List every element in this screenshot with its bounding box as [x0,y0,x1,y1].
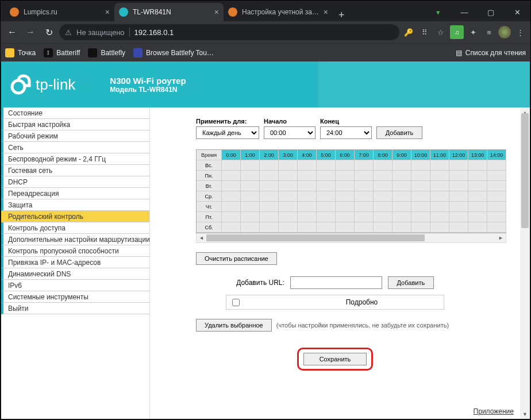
update-indicator-icon[interactable]: ▾ [425,3,451,21]
schedule-cell[interactable] [393,191,411,202]
schedule-cell[interactable] [430,212,449,222]
sidebar-item[interactable]: DHCP [1,176,149,188]
password-icon[interactable]: 🔑 [402,25,415,39]
schedule-cell[interactable] [411,202,430,212]
back-button[interactable]: ← [4,24,20,40]
schedule-cell[interactable] [487,160,506,171]
bookmark-item[interactable]: ⟟Batteriff [44,48,80,57]
schedule-cell[interactable] [222,181,241,191]
schedule-cell[interactable] [260,212,279,222]
schedule-cell[interactable] [487,222,506,233]
schedule-cell[interactable] [374,191,393,202]
new-tab-button[interactable]: + [333,9,351,21]
schedule-cell[interactable] [411,181,430,191]
add-url-input[interactable] [290,276,382,289]
schedule-cell[interactable] [355,160,374,171]
schedule-cell[interactable] [298,181,317,191]
delete-selected-button[interactable]: Удалить выбранное [196,319,272,332]
schedule-cell[interactable] [260,181,279,191]
schedule-cell[interactable] [430,222,449,233]
schedule-cell[interactable] [374,181,393,191]
schedule-cell[interactable] [241,191,260,202]
schedule-cell[interactable] [336,160,355,171]
clear-schedule-button[interactable]: Очистить расписание [196,252,277,265]
schedule-cell[interactable] [468,202,487,212]
schedule-cell[interactable] [298,191,317,202]
schedule-cell[interactable] [468,160,487,171]
sidebar-item[interactable]: Дополнительные настройки маршрутизации [1,234,149,245]
schedule-cell[interactable] [317,191,336,202]
schedule-cell[interactable] [260,191,279,202]
schedule-cell[interactable] [260,160,279,171]
save-button[interactable]: Сохранить [303,353,367,365]
translate-icon[interactable]: ⠿ [418,25,432,39]
schedule-cell[interactable] [317,212,336,222]
apply-select[interactable]: Каждый день [196,126,259,139]
schedule-cell[interactable] [393,202,411,212]
tab-router[interactable]: TL-WR841N × [114,3,224,21]
schedule-cell[interactable] [487,202,506,212]
menu-icon[interactable]: ⋮ [513,25,527,39]
schedule-cell[interactable] [449,160,468,171]
schedule-cell[interactable] [336,202,355,212]
schedule-cell[interactable] [241,202,260,212]
scroll-down-icon[interactable]: ▼ [520,409,530,419]
schedule-cell[interactable] [298,222,317,233]
horizontal-scrollbar[interactable]: ◄ ► [196,233,506,243]
schedule-cell[interactable] [336,191,355,202]
maximize-button[interactable]: ▢ [478,3,504,21]
schedule-cell[interactable] [279,160,298,171]
schedule-cell[interactable] [411,160,430,171]
sidebar-item[interactable]: Сеть [1,142,149,153]
schedule-cell[interactable] [355,212,374,222]
schedule-cell[interactable] [449,202,468,212]
reading-list-button[interactable]: ▤ Список для чтения [456,49,526,57]
profile-avatar[interactable] [498,26,511,38]
reload-button[interactable]: ↻ [41,24,57,40]
schedule-cell[interactable] [449,191,468,202]
schedule-cell[interactable] [449,212,468,222]
schedule-cell[interactable] [449,181,468,191]
schedule-cell[interactable] [241,171,260,181]
schedule-cell[interactable] [260,222,279,233]
vertical-scrollbar[interactable]: ▲ ▼ [520,107,530,419]
bookmark-item[interactable]: Battlefly [88,48,125,57]
scrollbar-thumb[interactable] [206,234,425,241]
schedule-cell[interactable] [317,181,336,191]
schedule-cell[interactable] [411,171,430,181]
schedule-cell[interactable] [411,191,430,202]
app-link[interactable]: Приложение [474,407,514,415]
close-icon[interactable]: × [214,7,219,17]
schedule-cell[interactable] [487,212,506,222]
select-all-checkbox[interactable] [232,299,240,306]
sidebar-item[interactable]: Гостевая сеть [1,165,149,176]
schedule-cell[interactable] [374,160,393,171]
schedule-cell[interactable] [336,222,355,233]
scrollbar-thumb[interactable] [521,113,529,228]
schedule-cell[interactable] [317,202,336,212]
add-url-button[interactable]: Добавить [388,276,434,289]
schedule-cell[interactable] [222,160,241,171]
sidebar-item[interactable]: Беспроводной режим - 2,4 ГГц [1,153,149,165]
schedule-cell[interactable] [374,171,393,181]
schedule-cell[interactable] [279,202,298,212]
schedule-cell[interactable] [298,171,317,181]
schedule-cell[interactable] [411,222,430,233]
schedule-cell[interactable] [430,202,449,212]
schedule-cell[interactable] [279,181,298,191]
schedule-cell[interactable] [393,222,411,233]
start-select[interactable]: 00:00 [264,126,315,139]
sidebar-item[interactable]: Привязка IP- и MAC-адресов [1,257,149,268]
schedule-cell[interactable] [336,212,355,222]
schedule-cell[interactable] [241,181,260,191]
schedule-cell[interactable] [336,171,355,181]
schedule-cell[interactable] [374,222,393,233]
schedule-cell[interactable] [279,171,298,181]
add-time-button[interactable]: Добавить [376,126,422,139]
schedule-cell[interactable] [393,160,411,171]
schedule-cell[interactable] [317,160,336,171]
schedule-cell[interactable] [260,202,279,212]
sidebar-item[interactable]: Быстрая настройка [1,119,149,130]
schedule-cell[interactable] [430,191,449,202]
tab-settings[interactable]: Настройка учетной запис × [224,3,333,21]
